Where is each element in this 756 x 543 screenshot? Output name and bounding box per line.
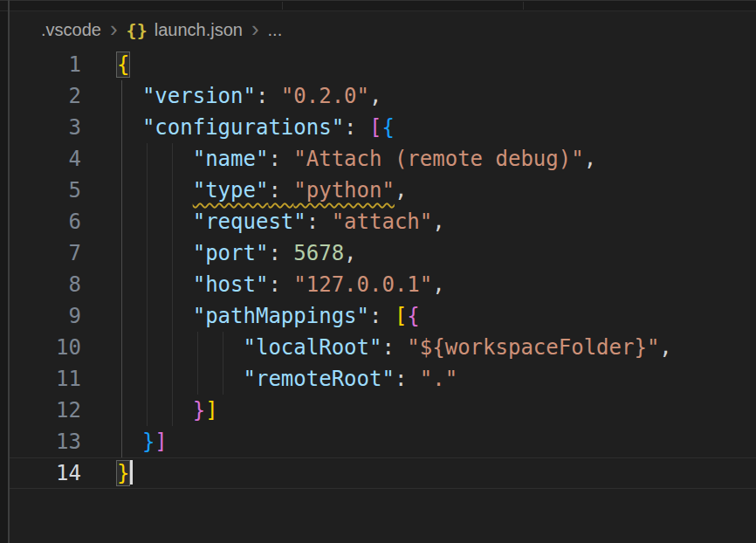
code-token: "pathMappings"	[193, 304, 369, 328]
code-token: [	[395, 304, 407, 328]
code-line[interactable]: 6 "request": "attach",	[10, 206, 756, 237]
code-content: "type": "python",	[117, 175, 756, 206]
code-token: "host"	[193, 272, 269, 297]
code-line[interactable]: 10 "localRoot": "${workspaceFolder}",	[10, 332, 756, 363]
code-content: "configurations": [{	[117, 112, 756, 143]
line-number[interactable]: 4	[10, 143, 117, 175]
code-token: "version"	[142, 84, 256, 108]
breadcrumb-file[interactable]: launch.json	[155, 20, 243, 40]
tab-bar	[0, 0, 756, 11]
code-token: ,	[369, 84, 381, 108]
line-number[interactable]: 2	[10, 80, 117, 112]
code-line[interactable]: 13 }]	[10, 426, 756, 457]
line-number[interactable]: 3	[10, 112, 117, 143]
code-line[interactable]: 3 "configurations": [{	[10, 112, 756, 143]
code-token	[117, 210, 193, 234]
code-line[interactable]: 2 "version": "0.2.0",	[10, 80, 756, 112]
line-number[interactable]: 14	[10, 457, 117, 489]
code-token: 5678	[293, 241, 344, 265]
code-line[interactable]: 12 }]	[10, 395, 756, 426]
code-token: :	[381, 335, 407, 360]
code-token: "localRoot"	[244, 335, 382, 360]
code-token: ,	[659, 335, 671, 360]
code-token: "Attach (remote debug)"	[293, 147, 583, 171]
code-token: :	[268, 178, 293, 203]
code-token: :	[344, 115, 369, 140]
code-content: "host": "127.0.0.1",	[117, 269, 756, 300]
code-line[interactable]: 8 "host": "127.0.0.1",	[10, 269, 756, 300]
code-token	[117, 335, 244, 360]
tab-separator	[282, 2, 283, 10]
code-content: "request": "attach",	[117, 206, 756, 237]
code-editor[interactable]: 1{2 "version": "0.2.0",3 "configurations…	[10, 49, 756, 543]
line-number[interactable]: 8	[10, 269, 117, 300]
code-token: }	[117, 461, 129, 485]
line-number[interactable]: 11	[10, 363, 117, 395]
code-content: {	[117, 49, 756, 80]
breadcrumb-folder[interactable]: .vscode	[41, 20, 101, 40]
code-content: "remoteRoot": "."	[117, 363, 756, 395]
code-token: {	[407, 304, 419, 328]
line-number[interactable]: 6	[10, 206, 117, 237]
code-token: ,	[432, 272, 444, 297]
code-token: ,	[395, 178, 407, 203]
code-token: :	[369, 304, 395, 328]
text-cursor	[130, 460, 133, 485]
code-token: ]	[155, 430, 167, 454]
line-number[interactable]: 1	[10, 49, 117, 80]
code-token: :	[268, 272, 293, 297]
code-token	[117, 178, 193, 203]
code-line[interactable]: 14}	[10, 457, 756, 489]
code-content: }	[117, 457, 756, 489]
code-token: "${workspaceFolder}"	[407, 335, 659, 360]
code-token: "attach"	[332, 210, 433, 234]
line-number[interactable]: 10	[10, 332, 117, 363]
code-token	[117, 241, 193, 265]
chevron-right-icon: ›	[110, 17, 118, 40]
code-token: "configurations"	[142, 115, 344, 140]
code-token	[117, 367, 244, 391]
code-token: :	[268, 241, 293, 265]
code-token: :	[268, 147, 293, 171]
tab-separator	[523, 2, 524, 10]
code-token: ]	[205, 398, 217, 423]
code-content: "pathMappings": [{	[117, 300, 756, 332]
line-number[interactable]: 9	[10, 300, 117, 332]
code-content: "version": "0.2.0",	[117, 80, 756, 112]
sidebar-edge	[0, 11, 8, 543]
code-content: }]	[117, 426, 756, 457]
code-token	[117, 304, 193, 328]
code-line[interactable]: 11 "remoteRoot": "."	[10, 363, 756, 395]
line-number[interactable]: 7	[10, 237, 117, 269]
code-line[interactable]: 1{	[10, 49, 756, 80]
line-number[interactable]: 5	[10, 175, 117, 206]
code-content: "localRoot": "${workspaceFolder}",	[117, 332, 756, 363]
line-number[interactable]: 12	[10, 395, 117, 426]
code-token: "request"	[193, 210, 306, 234]
code-token: "."	[420, 367, 457, 391]
code-line[interactable]: 5 "type": "python",	[10, 175, 756, 206]
breadcrumb: .vscode › {} launch.json › ...	[10, 11, 756, 49]
line-number[interactable]: 13	[10, 426, 117, 457]
code-token	[117, 272, 193, 297]
code-token	[117, 115, 142, 140]
code-token: :	[395, 367, 420, 391]
code-line[interactable]: 9 "pathMappings": [{	[10, 300, 756, 332]
code-token: "0.2.0"	[281, 84, 369, 108]
code-token	[117, 84, 142, 108]
code-token: "remoteRoot"	[244, 367, 395, 391]
chevron-right-icon: ›	[251, 17, 259, 40]
code-content: "name": "Attach (remote debug)",	[117, 143, 756, 175]
code-token: "type"	[193, 178, 269, 203]
code-token: "python"	[293, 178, 395, 203]
code-content: "port": 5678,	[117, 237, 756, 269]
code-lines: 1{2 "version": "0.2.0",3 "configurations…	[10, 49, 756, 489]
code-line[interactable]: 7 "port": 5678,	[10, 237, 756, 269]
breadcrumb-symbol-more[interactable]: ...	[268, 20, 283, 40]
code-line[interactable]: 4 "name": "Attach (remote debug)",	[10, 143, 756, 175]
code-token	[117, 147, 193, 171]
code-token: }	[142, 430, 155, 454]
code-token: :	[256, 84, 281, 108]
code-content: }]	[117, 395, 756, 426]
code-token: {	[117, 52, 129, 77]
